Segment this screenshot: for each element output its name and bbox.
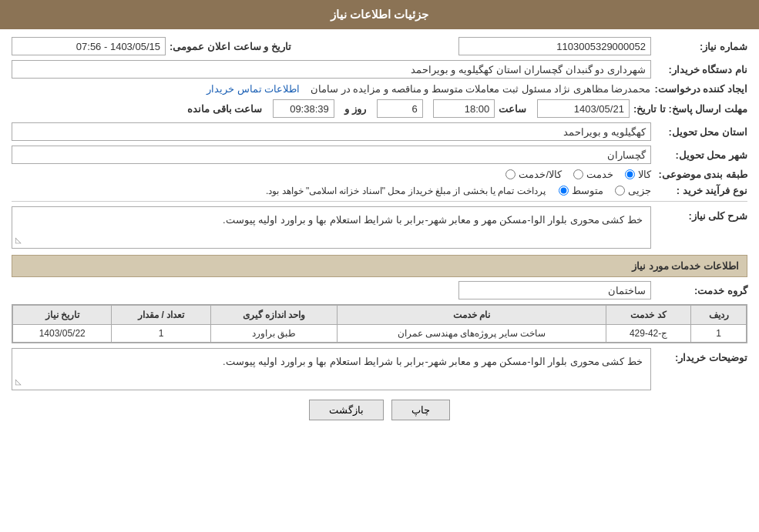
- table-header-row: ردیف کد خدمت نام خدمت واحد اندازه گیری ت…: [13, 306, 747, 325]
- label-tosifKharidar: توضیحات خریدار:: [655, 348, 747, 363]
- text-farayand-note: پرداخت تمام یا بخشی از مبلغ خریداز محل "…: [266, 186, 546, 196]
- col-tarikh: تاریخ نیاز: [13, 306, 112, 325]
- radio-input-kala-khadamat[interactable]: [505, 169, 516, 179]
- value-tarikh-pasokh: 1403/05/21: [537, 99, 630, 118]
- radio-input-jazii[interactable]: [615, 186, 625, 196]
- radio-khadamat-label: خدمت: [586, 169, 613, 180]
- value-namDastgah: شهرداری دو گنبدان گچساران استان کهگیلویه…: [12, 60, 651, 79]
- cell-vahed-0: طبق براورد: [210, 325, 337, 343]
- button-row: چاپ بازگشت: [12, 400, 747, 420]
- page-header: جزئیات اطلاعات نیاز: [0, 0, 759, 29]
- row-noeFarayand: نوع فرآیند خرید : متوسط جزیی پرداخت تمام…: [12, 185, 747, 196]
- col-kod: کد خدمت: [606, 306, 691, 325]
- label-gorohKhadamat: گروه خدمت:: [655, 285, 747, 296]
- label-ostan: استان محل تحویل:: [655, 126, 747, 138]
- label-sharhKoli: شرح کلی نیاز:: [655, 206, 747, 222]
- cell-radif-0: 1: [691, 325, 747, 343]
- col-nam: نام خدمت: [338, 306, 606, 325]
- value-sharhKoli: خط کشی محوری بلوار الوا-مسکن مهر و معابر…: [12, 206, 651, 249]
- value-shahr: گچساران: [12, 146, 651, 164]
- label-namDastgah: نام دستگاه خریدار:: [655, 64, 747, 75]
- label-noeFarayand: نوع فرآیند خرید :: [655, 185, 747, 196]
- value-rooz: 6: [377, 99, 423, 118]
- section-khadamat: اطلاعات خدمات مورد نیاز: [12, 255, 747, 277]
- radiogroup-tabagheBandi: کالا/خدمت خدمت کالا: [505, 169, 651, 180]
- radio-kala: کالا: [625, 169, 651, 180]
- value-ostan: کهگیلویه و بویراحمد: [12, 122, 651, 141]
- row-sharhKoli: شرح کلی نیاز: خط کشی محوری بلوار الوا-مس…: [12, 206, 747, 249]
- resize-handle-tosif: ◺: [15, 375, 22, 388]
- radio-input-kala[interactable]: [625, 169, 635, 179]
- row-gorohKhadamat: گروه خدمت: ساختمان: [12, 281, 747, 299]
- cell-tedad-0: 1: [112, 325, 210, 343]
- khadamat-table-container: ردیف کد خدمت نام خدمت واحد اندازه گیری ت…: [12, 304, 747, 343]
- resize-handle-sharh: ◺: [15, 233, 22, 246]
- label-tabagheBandi: طبقه بندی موضوعی:: [655, 169, 747, 180]
- row-tabagheBandi: طبقه بندی موضوعی: کالا/خدمت خدمت کالا: [12, 169, 747, 180]
- radio-kala-khadamat-label: کالا/خدمت: [519, 169, 562, 180]
- label-shahr: شهر محل تحویل:: [655, 149, 747, 161]
- label-mohlat: مهلت ارسال پاسخ: تا تاریخ:: [633, 103, 747, 115]
- radio-jazii-label: جزیی: [628, 185, 651, 196]
- btn-chap[interactable]: چاپ: [391, 400, 450, 420]
- label-tarikhAelan: تاریخ و ساعت اعلان عمومی:: [170, 41, 291, 52]
- page-title: جزئیات اطلاعات نیاز: [331, 8, 428, 21]
- row-ostan: استان محل تحویل: کهگیلویه و بویراحمد: [12, 122, 747, 141]
- value-ijadKonande: محمدرضا مظاهری نژاد مسئول ثبت معاملات مت…: [311, 83, 650, 95]
- radio-khadamat: خدمت: [573, 169, 613, 180]
- label-saat: ساعت: [499, 103, 526, 115]
- col-vahed: واحد اندازه گیری: [210, 306, 337, 325]
- value-tarikhAelan: 1403/05/15 - 07:56: [12, 37, 166, 55]
- value-gorohKhadamat: ساختمان: [458, 281, 651, 299]
- radio-input-khadamat[interactable]: [573, 169, 583, 179]
- row-ijadKonande: ایجاد کننده درخواست: محمدرضا مظاهری نژاد…: [12, 83, 747, 95]
- value-saat: 18:00: [433, 99, 495, 118]
- value-saat-baqi: 09:38:39: [273, 99, 334, 118]
- radiogroup-noeFarayand: متوسط جزیی: [559, 185, 651, 196]
- radio-input-motevasset[interactable]: [559, 186, 569, 196]
- label-rooz: روز و: [344, 103, 366, 115]
- col-radif: ردیف: [691, 306, 747, 325]
- value-shomareNiaz: 1103005329000052: [458, 37, 651, 55]
- row-namDastgah: نام دستگاه خریدار: شهرداری دو گنبدان گچس…: [12, 60, 747, 79]
- btn-bazgasht[interactable]: بازگشت: [309, 400, 384, 420]
- radio-kala-khadamat: کالا/خدمت: [505, 169, 562, 180]
- radio-motevasset-label: متوسط: [572, 185, 603, 196]
- value-tosifKharidar: خط کشی محوری بلوار الوا-مسکن مهر و معابر…: [12, 348, 651, 390]
- cell-tarikh-0: 1403/05/22: [13, 325, 112, 343]
- table-row: 1 ج-42-429 ساخت سایر پروژه‌های مهندسی عم…: [13, 325, 747, 343]
- link-tamas-kharidar[interactable]: اطلاعات تماس خریدار: [207, 83, 300, 95]
- row-shahr: شهر محل تحویل: گچساران: [12, 146, 747, 164]
- radio-motevasset: متوسط: [559, 185, 603, 196]
- label-shomareNiaz: شماره نیاز:: [655, 41, 747, 52]
- row-shomareNiaz: شماره نیاز: 1103005329000052 تاریخ و ساع…: [12, 37, 747, 55]
- row-tosifKharidar: توضیحات خریدار: خط کشی محوری بلوار الوا-…: [12, 348, 747, 390]
- cell-nam-0: ساخت سایر پروژه‌های مهندسی عمران: [338, 325, 606, 343]
- khadamat-table: ردیف کد خدمت نام خدمت واحد اندازه گیری ت…: [12, 305, 747, 343]
- cell-kod-0: ج-42-429: [606, 325, 691, 343]
- row-mohlat: مهلت ارسال پاسخ: تا تاریخ: 1403/05/21 سا…: [12, 99, 747, 118]
- label-saat-baqi: ساعت باقی مانده: [187, 103, 262, 115]
- divider-1: [12, 201, 747, 202]
- label-ijadKonande: ایجاد کننده درخواست:: [654, 83, 747, 95]
- radio-jazii: جزیی: [615, 185, 651, 196]
- radio-kala-label: کالا: [638, 169, 651, 180]
- col-tedad: تعداد / مقدار: [112, 306, 210, 325]
